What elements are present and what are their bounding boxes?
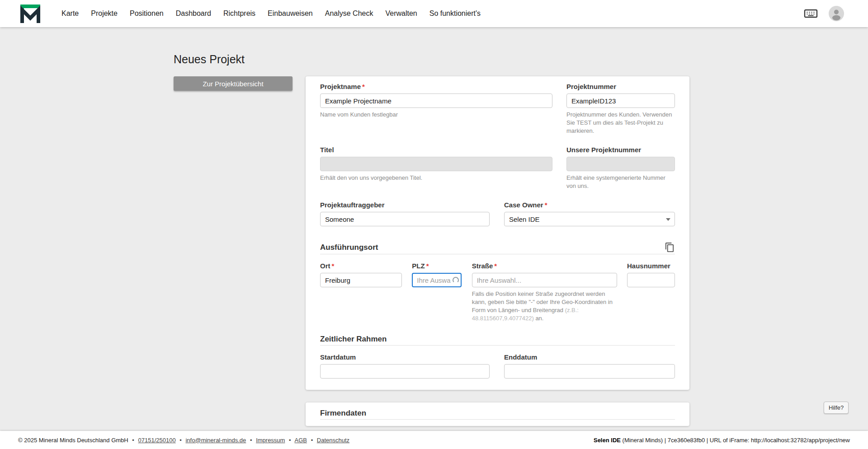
unsere-projektnummer-input xyxy=(566,157,675,171)
nav-item-karte[interactable]: Karte xyxy=(61,9,79,18)
separator: • xyxy=(289,437,291,444)
strasse-label: Straße* xyxy=(472,262,617,270)
new-project-form-card: Projektname* Name vom Kunden festlegbar … xyxy=(306,76,689,390)
section-title-ausfuehrungsort: Ausführungsort xyxy=(320,243,378,252)
copyright-text: © 2025 Mineral Minds Deutschland GmbH xyxy=(18,437,128,444)
copy-icon[interactable] xyxy=(665,242,675,253)
section-ausfuehrungsort-header: Ausführungsort xyxy=(320,242,675,254)
case-owner-select[interactable]: Selen IDE xyxy=(504,212,675,226)
footer: © 2025 Mineral Minds Deutschland GmbH • … xyxy=(0,431,868,449)
projektname-helper: Name vom Kunden festlegbar xyxy=(320,111,552,119)
footer-link-phone[interactable]: 07151/250100 xyxy=(138,437,176,444)
ort-label: Ort* xyxy=(320,262,402,270)
hausnummer-input[interactable] xyxy=(627,273,675,287)
startdatum-label: Startdatum xyxy=(320,353,490,361)
titel-label: Titel xyxy=(320,146,552,154)
enddatum-input[interactable] xyxy=(504,364,675,379)
nav-item-verwalten[interactable]: Verwalten xyxy=(385,9,417,18)
footer-link-email[interactable]: info@mineral-minds.de xyxy=(185,437,246,444)
hausnummer-label: Hausnummer xyxy=(627,262,675,270)
required-asterisk: * xyxy=(332,262,335,270)
plz-label: PLZ* xyxy=(412,262,462,270)
case-owner-value: Selen IDE xyxy=(509,215,540,223)
strasse-input[interactable] xyxy=(472,273,617,287)
help-button[interactable]: Hilfe? xyxy=(824,402,849,414)
required-asterisk: * xyxy=(545,201,547,209)
nav-item-analyse-check[interactable]: Analyse Check xyxy=(325,9,373,18)
chevron-down-icon xyxy=(666,218,670,221)
nav-item-so-funktionierts[interactable]: So funktioniert's xyxy=(429,9,481,18)
section-title-zeitlicher-rahmen: Zeitlicher Rahmen xyxy=(320,334,387,344)
required-asterisk: * xyxy=(362,83,365,90)
user-avatar-icon[interactable] xyxy=(829,0,844,27)
footer-left: © 2025 Mineral Minds Deutschland GmbH • … xyxy=(18,437,349,444)
enddatum-label: Enddatum xyxy=(504,353,675,361)
firmendaten-card: Firmendaten xyxy=(306,402,689,426)
nav-item-einbauweisen[interactable]: Einbauweisen xyxy=(268,9,313,18)
footer-user-name: Selen IDE xyxy=(594,437,621,444)
form-row: Projektauftraggeber Case Owner* Selen ID… xyxy=(320,201,675,226)
titel-helper: Erhält den von uns vorgegebenen Titel. xyxy=(320,174,552,182)
projektnummer-input[interactable] xyxy=(566,94,675,108)
form-row: Startdatum Enddatum xyxy=(320,353,675,379)
nav-item-richtpreis[interactable]: Richtpreis xyxy=(223,9,255,18)
projektnummer-label: Projektnummer xyxy=(566,83,675,91)
required-asterisk: * xyxy=(494,262,497,270)
projektauftraggeber-input[interactable] xyxy=(320,212,490,226)
section-firmendaten-header: Firmendaten xyxy=(320,408,675,420)
startdatum-input[interactable] xyxy=(320,364,490,379)
strasse-helper: Falls die Position keiner Straße zugeord… xyxy=(472,290,617,323)
form-row: Ort* PLZ* Straße* Falls die Position kei… xyxy=(320,262,675,323)
mineral-minds-logo-icon[interactable] xyxy=(20,4,41,23)
ort-input[interactable] xyxy=(320,273,402,287)
unsere-projektnummer-helper: Erhält eine systemgenerierte Nummer von … xyxy=(566,174,675,190)
back-to-project-overview-button[interactable]: Zur Projektübersicht xyxy=(174,76,292,91)
section-zeitlicher-rahmen-header: Zeitlicher Rahmen xyxy=(320,334,675,346)
server-icon[interactable] xyxy=(804,0,818,27)
projektname-input[interactable] xyxy=(320,94,552,108)
separator: • xyxy=(132,437,134,444)
projektnummer-helper: Projektnummer des Kunden. Verwenden Sie … xyxy=(566,111,675,135)
main-nav: Karte Projekte Positionen Dashboard Rich… xyxy=(61,9,481,18)
projektname-label: Projektname* xyxy=(320,83,552,91)
separator: • xyxy=(179,437,182,444)
form-row: Projektname* Name vom Kunden festlegbar … xyxy=(320,83,675,135)
page-title: Neues Projekt xyxy=(174,53,245,66)
titel-input xyxy=(320,157,552,171)
form-row: Titel Erhält den von uns vorgegebenen Ti… xyxy=(320,146,675,190)
section-title-firmendaten: Firmendaten xyxy=(320,408,366,418)
projektauftraggeber-label: Projektauftraggeber xyxy=(320,201,490,209)
separator: • xyxy=(311,437,313,444)
footer-link-datenschutz[interactable]: Datenschutz xyxy=(317,437,349,444)
session-info: Selen IDE (Mineral Minds) | 7ce360e83fb0… xyxy=(594,437,850,444)
footer-session-text: (Mineral Minds) | 7ce360e83fb0 | URL of … xyxy=(623,437,850,444)
required-asterisk: * xyxy=(426,262,429,270)
nav-item-positionen[interactable]: Positionen xyxy=(130,9,164,18)
case-owner-label: Case Owner* xyxy=(504,201,675,209)
footer-link-impressum[interactable]: Impressum xyxy=(256,437,285,444)
footer-link-agb[interactable]: AGB xyxy=(295,437,307,444)
unsere-projektnummer-label: Unsere Projektnummer xyxy=(566,146,675,154)
nav-item-dashboard[interactable]: Dashboard xyxy=(176,9,211,18)
separator: • xyxy=(250,437,252,444)
top-nav-bar: Karte Projekte Positionen Dashboard Rich… xyxy=(0,0,868,27)
nav-item-projekte[interactable]: Projekte xyxy=(91,9,118,18)
